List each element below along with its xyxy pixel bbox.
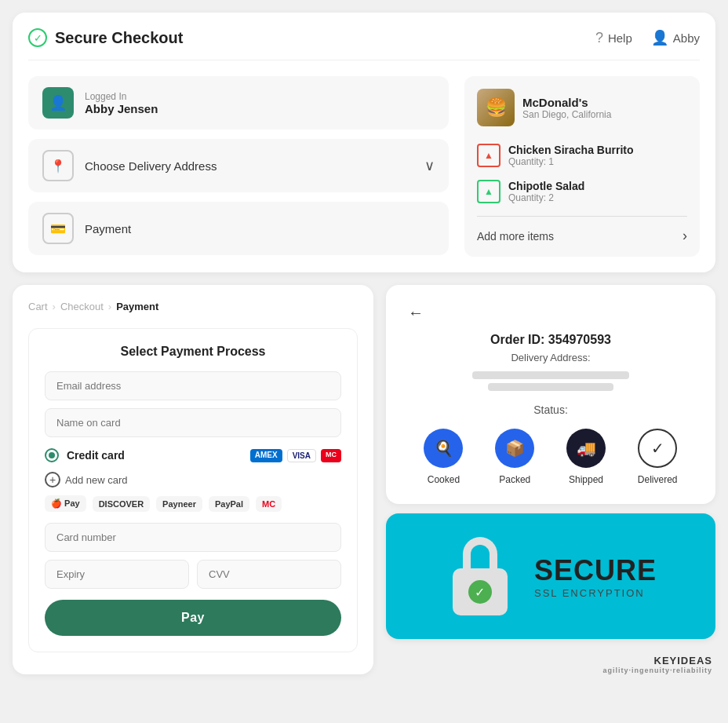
chevron-down-icon: ∨ [424,157,435,174]
payment-icons-row: 🍎 Pay DISCOVER Payneer PayPal MC [45,495,341,512]
email-input[interactable] [45,371,341,400]
status-steps: 🍳 Cooked 📦 Packed 🚚 Shipped ✓ Delivered [408,429,693,485]
payment-card: 💳 Payment [28,202,449,255]
step-cooked: 🍳 Cooked [424,429,463,485]
step-packed: 📦 Packed [495,429,534,485]
restaurant-name: McDonald's [522,96,611,109]
lock-check-icon: ✓ [468,580,492,604]
payneer-icon: Payneer [156,496,202,512]
item-2-qty: Quantity: 2 [508,192,584,203]
delivery-address-card[interactable]: 📍 Choose Delivery Address ∨ [28,139,449,192]
mc-logo: MC [321,449,341,462]
packed-label: Packed [499,474,530,485]
sep-1: › [53,301,56,312]
top-body: 👤 Logged In Abby Jensen 📍 Choose Deliver… [28,76,700,257]
lock-shackle [463,537,497,568]
brand-name: KEYIDEAS [389,655,712,666]
secure-big-label: SECURE [534,554,657,587]
item-1-name: Chicken Siracha Burrito [508,144,634,156]
menu-item-1-text: Chicken Siracha Burrito Quantity: 1 [508,144,634,167]
right-panel: ← Order ID: 354970593 Delivery Address: … [386,285,715,674]
plus-icon: + [45,472,60,487]
delivered-label: Delivered [638,474,678,485]
step-delivered: ✓ Delivered [638,429,678,485]
user-name: Abby Jensen [85,102,158,115]
menu-item-2-text: Chipotle Salad Quantity: 2 [508,180,584,203]
brand-tagline: agility·ingenuity·reliability [389,666,712,674]
discover-icon: DISCOVER [93,496,150,512]
add-more-arrow-icon: › [682,228,687,244]
expiry-input[interactable] [45,560,189,589]
payment-label: Payment [85,222,131,236]
cvv-input[interactable] [197,560,341,589]
restaurant-location: San Diego, California [522,109,611,120]
sep-2: › [108,301,111,312]
secure-sub-label: SSL ENCRYPTION [534,587,657,599]
cooked-label: Cooked [428,474,460,485]
help-link[interactable]: ? Help [595,30,632,46]
location-icon: 📍 [42,150,74,181]
delivery-label: Choose Delivery Address [85,159,217,173]
help-circle-icon: ? [595,30,603,46]
expiry-cvv-row [45,560,341,589]
shipped-icon: 🚚 [566,429,606,468]
step-shipped: 🚚 Shipped [566,429,606,485]
user-label: Abby [673,31,700,45]
radio-selected-indicator [49,452,55,458]
breadcrumb-checkout[interactable]: Checkout [60,301,104,312]
item-1-qty: Quantity: 1 [508,156,634,167]
user-link[interactable]: 👤 Abby [651,29,700,46]
paypal-icon: PayPal [209,496,249,512]
addr-line-2 [488,383,613,391]
card-number-input[interactable] [45,523,341,552]
credit-card-row: Credit card AMEX VISA MC [45,445,341,462]
name-on-card-input[interactable] [45,408,341,437]
order-status-card: ← Order ID: 354970593 Delivery Address: … [386,285,715,504]
top-left-panel: 👤 Logged In Abby Jensen 📍 Choose Deliver… [28,76,449,257]
add-card-label: Add new card [65,474,128,486]
order-id: Order ID: 354970593 [408,333,693,347]
header-right: ? Help 👤 Abby [595,29,700,46]
veg-icon-2: ▲ [477,180,500,203]
credit-card-label: Credit card [67,449,125,462]
pay-button[interactable]: Pay [45,600,341,636]
top-header: ✓ Secure Checkout ? Help 👤 Abby [28,28,700,60]
delivery-address-label: Delivery Address: [408,352,693,363]
payment-panel: Cart › Checkout › Payment Select Payment… [13,285,373,674]
secure-check-icon: ✓ [28,28,47,47]
credit-card-radio[interactable] [45,448,59,462]
user-avatar-icon: 👤 [42,87,74,119]
add-card-row[interactable]: + Add new card [45,472,341,487]
mc-alt-icon: MC [256,496,282,512]
apple-pay-icon: 🍎 Pay [45,495,86,512]
visa-logo: VISA [287,449,316,462]
breadcrumb-cart[interactable]: Cart [28,301,48,312]
packed-icon: 📦 [495,429,534,468]
user-info-text: Logged In Abby Jensen [85,91,158,115]
card-logos: AMEX VISA MC [250,449,341,462]
payment-form-card: Select Payment Process Credit card AMEX … [28,328,358,652]
menu-item-1: ▲ Chicken Siracha Burrito Quantity: 1 [477,137,687,173]
brand-footer: KEYIDEAS agility·ingenuity·reliability [386,648,715,674]
payment-icon: 💳 [42,213,74,244]
restaurant-row: 🍔 McDonald's San Diego, California [477,89,687,126]
bottom-section: Cart › Checkout › Payment Select Payment… [13,285,715,674]
lock-body: ✓ [453,568,508,615]
breadcrumb: Cart › Checkout › Payment [28,301,358,312]
back-button[interactable]: ← [408,304,424,322]
user-icon: 👤 [651,29,668,46]
addr-line-1 [472,371,629,379]
add-more-label: Add more items [477,230,554,243]
add-more-items[interactable]: Add more items › [477,223,687,244]
delivered-icon: ✓ [638,429,677,468]
secure-text: SECURE SSL ENCRYPTION [534,554,657,599]
shipped-label: Shipped [569,474,603,485]
amex-logo: AMEX [250,449,282,462]
user-info-card: 👤 Logged In Abby Jensen [28,76,449,130]
address-lines [408,371,693,391]
restaurant-image: 🍔 [477,89,515,126]
help-label: Help [608,31,632,45]
breadcrumb-payment: Payment [116,301,158,312]
order-summary-panel: 🍔 McDonald's San Diego, California ▲ Chi… [464,76,700,257]
menu-item-2: ▲ Chipotle Salad Quantity: 2 [477,173,687,210]
